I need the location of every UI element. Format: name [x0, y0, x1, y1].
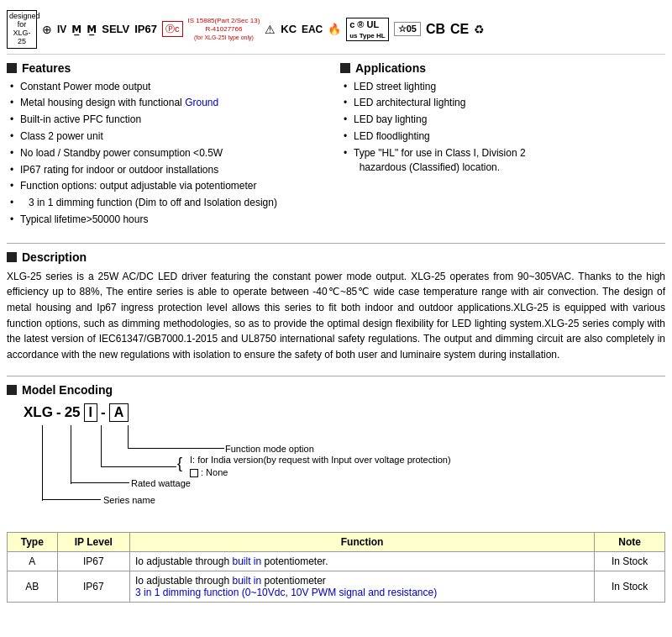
cert-is-standard: IS 15885(Part 2/Sec 13)R-41027766(for XL…	[188, 17, 260, 41]
cert-recycling: ♻	[474, 23, 485, 36]
features-list: Constant Power mode output Metal housing…	[7, 80, 332, 227]
list-item: Class 2 power unit	[10, 129, 332, 144]
enc-line-india-h	[101, 466, 176, 467]
list-item: LED street lighting	[344, 80, 665, 94]
description-section: Description XLG-25 series is a 25W AC/DC…	[7, 243, 665, 363]
table-cell-function: Io adjustable through built in potentiom…	[130, 552, 595, 571]
cert-icon-1: ⊕	[42, 23, 52, 36]
enc-line-function	[128, 425, 129, 449]
model-encoding-icon	[7, 385, 17, 395]
encoding-diagram: Series name Rated wattage { I: for India…	[32, 425, 665, 522]
table-header-note: Note	[595, 533, 665, 552]
features-icon	[7, 63, 17, 73]
list-item: 3 in 1 dimming function (Dim to off and …	[10, 196, 332, 210]
ground-text: Ground	[185, 97, 218, 108]
description-body: XLG-25 series is a 25W AC/DC LED driver …	[7, 269, 665, 363]
cert-ip67: IP67	[134, 23, 157, 35]
cert-bar: designedforXLG-25 ⊕ IV M̲ M̲ SELV IP67 Ⓟ…	[7, 7, 665, 55]
model-encoding-header: Model Encoding	[7, 383, 665, 397]
model-box-a: A	[109, 403, 129, 422]
enc-checkbox	[190, 469, 198, 477]
cert-selv: SELV	[102, 23, 129, 35]
cert-05: ☆05	[394, 22, 421, 36]
model-box-i: I	[84, 403, 97, 422]
applications-header: Applications	[340, 61, 665, 75]
features-header: Features	[7, 61, 332, 75]
list-item: Type "HL" for use in Class I, Division 2…	[344, 146, 665, 175]
cert-cb: CB	[426, 22, 445, 37]
table-row: A IP67 Io adjustable through built in po…	[8, 552, 665, 571]
features-applications-section: Features Constant Power mode output Meta…	[7, 61, 665, 229]
highlight-dimming: 3 in 1 dimming function (0~10Vdc, 10V PW…	[135, 587, 437, 598]
table-cell-note: In Stock	[595, 552, 665, 571]
model-number: 25	[65, 404, 81, 421]
applications-list: LED street lighting LED architectural li…	[340, 80, 665, 175]
enc-line-india	[101, 425, 102, 467]
list-item: LED architectural lighting	[344, 96, 665, 110]
enc-line-wattage	[71, 425, 71, 484]
list-item: Function options: output adjustable via …	[10, 179, 332, 193]
table-header-ip: IP Level	[57, 533, 129, 552]
list-item: Metal housing design with functional Gro…	[10, 96, 332, 110]
highlight-builtin2: built in	[232, 575, 261, 587]
enc-line-function-h	[128, 448, 224, 449]
description-title: Description	[22, 250, 87, 264]
model-code: XLG - 25 I - A	[24, 403, 665, 422]
table-cell-type: AB	[8, 571, 58, 603]
cert-ce: CE	[450, 22, 469, 37]
enc-line-series-h	[42, 499, 101, 500]
list-item: LED floodlighting	[344, 129, 665, 144]
cert-flame: 🔥	[328, 23, 341, 35]
table-cell-function: Io adjustable through built in potentiom…	[130, 571, 595, 603]
list-item: No load / Standby power consumption <0.5…	[10, 146, 332, 161]
table-cell-note: In Stock	[595, 571, 665, 603]
applications-section: Applications LED street lighting LED arc…	[340, 61, 665, 229]
table-cell-ip: IP67	[57, 571, 129, 603]
cert-iv: IV	[57, 24, 66, 35]
description-icon	[7, 252, 17, 262]
enc-label-india: I: for India version(by request with Inp…	[190, 455, 451, 465]
model-prefix: XLG	[24, 404, 53, 421]
list-item: Typical lifetime>50000 hours	[10, 213, 332, 227]
features-section: Features Constant Power mode output Meta…	[7, 61, 332, 229]
table-row: AB IP67 Io adjustable through built in p…	[8, 571, 665, 603]
table-header-function: Function	[130, 533, 595, 552]
enc-label-function: Function mode option	[225, 444, 314, 454]
cert-ps-icon: Ⓟc	[162, 21, 183, 37]
enc-line-series	[42, 425, 43, 501]
model-dash1: -	[56, 404, 61, 421]
model-code-container: XLG - 25 I - A Series name Rated wattage	[24, 403, 665, 522]
enc-brace: {	[177, 455, 182, 471]
cert-triangle-icon: ⚠	[265, 23, 276, 36]
list-item: Constant Power mode output	[10, 80, 332, 94]
table-cell-ip: IP67	[57, 552, 129, 571]
table-header-type: Type	[8, 533, 58, 552]
cert-ul: c ® ULus Type HL	[346, 18, 389, 41]
model-encoding-section: Model Encoding XLG - 25 I - A Series nam…	[7, 376, 665, 522]
cert-designed-for: designedforXLG-25	[7, 10, 37, 49]
model-dash2: -	[101, 404, 106, 421]
enc-label-series: Series name	[103, 495, 155, 505]
applications-icon	[340, 63, 350, 73]
list-item: LED bay lighting	[344, 113, 665, 127]
model-encoding-title: Model Encoding	[22, 383, 113, 397]
cert-kc: KC	[281, 23, 297, 35]
enc-label-wattage: Rated wattage	[131, 478, 191, 488]
enc-line-wattage-h	[71, 482, 129, 483]
cert-m1: M̲	[71, 24, 81, 35]
enc-label-none: : None	[190, 467, 228, 477]
list-item: IP67 rating for indoor or outdoor instal…	[10, 163, 332, 177]
cert-m2: M̲	[87, 24, 97, 35]
description-header: Description	[7, 250, 665, 264]
spec-table: Type IP Level Function Note A IP67 Io ad…	[7, 532, 665, 603]
table-cell-type: A	[8, 552, 58, 571]
applications-title: Applications	[355, 61, 426, 75]
cert-eac: ЕАС	[302, 24, 323, 35]
highlight-builtin: built in	[232, 555, 261, 567]
features-title: Features	[22, 61, 71, 75]
list-item: Built-in active PFC function	[10, 113, 332, 127]
